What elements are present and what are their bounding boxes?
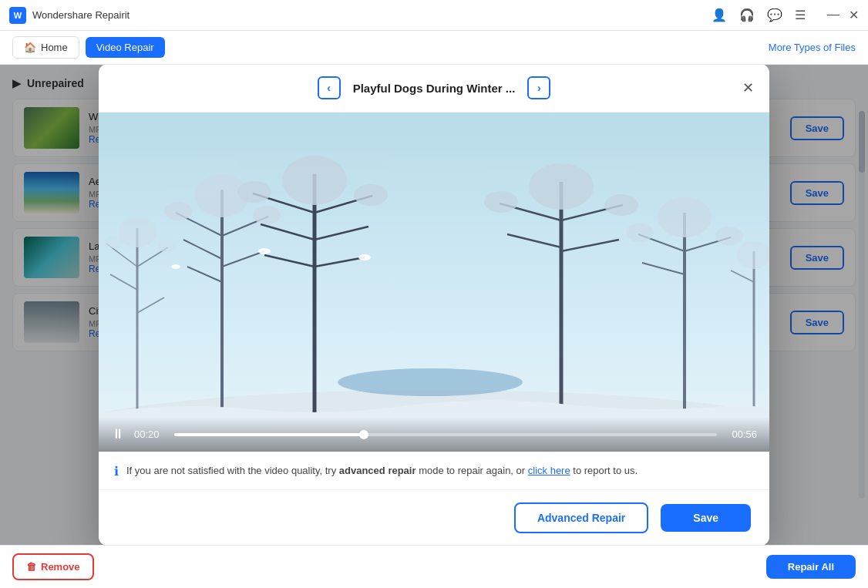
- content-area: ▶ Unrepaired WinterForest01.mp4 MP4 · 24…: [0, 65, 868, 545]
- svg-point-19: [253, 206, 281, 224]
- info-message: If you are not satisfied with the video …: [126, 463, 638, 479]
- modal-title: Playful Dogs During Winter ...: [353, 82, 516, 95]
- app-logo: W Wondershare Repairit: [9, 7, 130, 24]
- trash-icon: 🗑: [26, 561, 36, 573]
- repair-all-button[interactable]: Repair All: [766, 555, 856, 579]
- info-middle: mode to repair again, or: [416, 465, 528, 476]
- svg-point-10: [157, 240, 176, 252]
- svg-point-37: [484, 191, 518, 213]
- title-bar: W Wondershare Repairit 👤 🎧 💬 ☰ — ✕: [0, 0, 868, 31]
- modal-close-button[interactable]: ✕: [738, 79, 757, 97]
- video-repair-label: Video Repair: [96, 42, 154, 53]
- svg-point-18: [164, 202, 192, 220]
- svg-point-28: [237, 181, 271, 203]
- time-total: 00:56: [726, 428, 757, 440]
- nav-video-repair-tab[interactable]: Video Repair: [86, 37, 165, 58]
- svg-point-9: [105, 236, 123, 248]
- modal-header: ‹ Playful Dogs During Winter ... › ✕: [99, 65, 769, 113]
- svg-point-38: [604, 194, 638, 216]
- menu-icon[interactable]: ☰: [795, 8, 806, 22]
- modal-prev-button[interactable]: ‹: [318, 76, 341, 99]
- svg-point-51: [358, 254, 371, 260]
- chat-icon[interactable]: 💬: [767, 8, 782, 22]
- minimize-button[interactable]: —: [827, 8, 839, 22]
- video-frame: [99, 113, 769, 452]
- modal-overlay: ‹ Playful Dogs During Winter ... › ✕: [0, 65, 868, 545]
- remove-label: Remove: [41, 561, 80, 573]
- remove-button[interactable]: 🗑 Remove: [12, 553, 94, 580]
- pause-button[interactable]: ⏸: [111, 426, 125, 442]
- home-icon: 🏠: [24, 42, 36, 53]
- app-container: 🏠 Home Video Repair More Types of Files …: [0, 31, 868, 588]
- info-bar: ℹ If you are not satisfied with the vide…: [99, 452, 769, 490]
- svg-point-27: [282, 156, 347, 205]
- info-suffix: to report to us.: [570, 465, 638, 476]
- svg-point-30: [338, 368, 523, 396]
- nav-bar: 🏠 Home Video Repair More Types of Files: [0, 31, 868, 65]
- close-button[interactable]: ✕: [849, 8, 859, 22]
- headphone-icon[interactable]: 🎧: [739, 8, 755, 22]
- svg-point-49: [171, 264, 180, 269]
- svg-point-29: [354, 184, 388, 206]
- title-bar-icons: 👤 🎧 💬 ☰ — ✕: [712, 8, 859, 22]
- home-label: Home: [41, 42, 68, 53]
- video-player[interactable]: ⏸ 00:20 00:56: [99, 113, 769, 452]
- time-current: 00:20: [134, 428, 165, 440]
- bottom-bar: 🗑 Remove Repair All: [0, 545, 868, 588]
- svg-point-50: [258, 248, 271, 254]
- info-bold-text: advanced repair: [339, 465, 416, 476]
- info-prefix: If you are not satisfied with the video …: [126, 465, 339, 476]
- app-title: Wondershare Repairit: [32, 9, 130, 21]
- svg-point-44: [626, 223, 654, 242]
- modal-footer: Advanced Repair Save: [99, 490, 769, 545]
- video-preview-modal: ‹ Playful Dogs During Winter ... › ✕: [99, 65, 769, 545]
- video-controls: ⏸ 00:20 00:56: [99, 417, 769, 452]
- svg-point-8: [118, 217, 156, 247]
- window-controls: — ✕: [827, 8, 859, 22]
- progress-fill: [174, 433, 364, 436]
- modal-save-button[interactable]: Save: [661, 504, 751, 532]
- info-link[interactable]: click here: [528, 465, 570, 476]
- svg-point-43: [658, 197, 712, 237]
- nav-home-button[interactable]: 🏠 Home: [12, 36, 79, 59]
- user-icon[interactable]: 👤: [712, 8, 727, 22]
- info-icon: ℹ: [114, 464, 119, 479]
- progress-knob[interactable]: [359, 430, 368, 439]
- more-types-link[interactable]: More Types of Files: [769, 42, 856, 53]
- svg-point-36: [529, 163, 594, 210]
- logo-icon: W: [9, 7, 26, 24]
- progress-bar[interactable]: [174, 433, 717, 436]
- modal-next-button[interactable]: ›: [527, 76, 550, 99]
- svg-point-48: [737, 241, 769, 269]
- advanced-repair-button[interactable]: Advanced Repair: [514, 502, 648, 533]
- svg-point-45: [715, 227, 743, 245]
